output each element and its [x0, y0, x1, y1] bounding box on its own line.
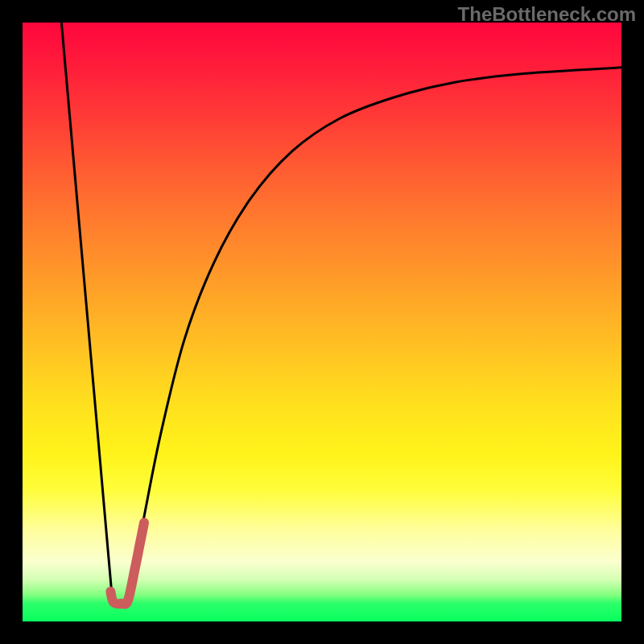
plot-area	[23, 23, 621, 621]
watermark-label: TheBottleneck.com	[458, 3, 636, 26]
chart-frame: TheBottleneck.com	[0, 0, 644, 644]
plot-svg	[23, 23, 621, 621]
series-right-curve	[127, 68, 621, 601]
series-left-ray	[61, 23, 112, 601]
series-highlight-hook	[110, 522, 144, 604]
